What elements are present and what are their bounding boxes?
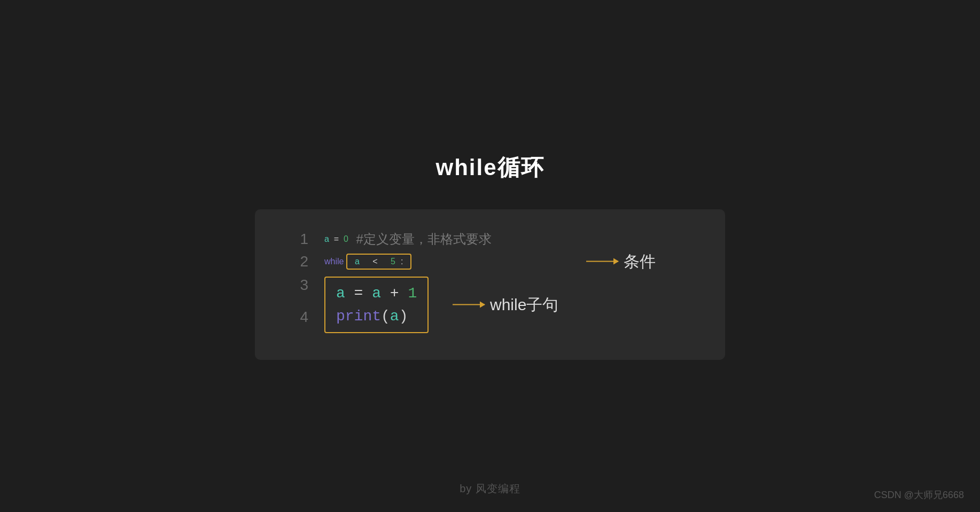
code-line-1: 1 a = 0 #定义变量，非格式要求 [287, 231, 693, 248]
page-title: while循环 [435, 153, 544, 183]
code-block: 1 a = 0 #定义变量，非格式要求 2 while a < 5 : [255, 209, 725, 360]
footer-text: by 风变编程 [460, 482, 520, 496]
paren-open: ( [381, 308, 390, 325]
line3-body: a = a + 1 [336, 282, 417, 305]
print-kw: print [336, 308, 381, 325]
lines-3-4-wrapper: 3 4 a = a + 1 print ( a ) while子句 [287, 277, 693, 333]
line-number-1: 1 [287, 231, 308, 248]
line2-content: while a < 5 : [324, 254, 411, 270]
val-zero: 0 [344, 234, 348, 244]
var-a: a [324, 234, 329, 244]
body-plus: + [381, 285, 408, 302]
lt-op: < [372, 257, 377, 266]
paren-close: ) [399, 308, 408, 325]
line-number-3: 3 [287, 277, 308, 294]
condition-label: 条件 [624, 250, 656, 272]
cond-val: 5 [391, 257, 395, 266]
body-eq: = [345, 285, 372, 302]
condition-box: a < 5 : [346, 254, 412, 270]
body-one: 1 [408, 285, 417, 302]
while-keyword: while [324, 257, 344, 266]
line4-body: print ( a ) [336, 305, 417, 328]
space1 [365, 257, 367, 266]
condition-arrow [586, 261, 618, 262]
line-number-4: 4 [287, 309, 308, 326]
body-annotation: while子句 [453, 294, 558, 316]
comment-1: #定义变量，非格式要求 [353, 231, 492, 248]
line1-content: a = 0 #定义变量，非格式要求 [324, 231, 492, 248]
body-box: a = a + 1 print ( a ) [324, 277, 429, 333]
equals-op: = [329, 234, 344, 244]
space2 [383, 257, 385, 266]
watermark-text: CSDN @大师兄6668 [874, 489, 964, 501]
body-label: while子句 [490, 294, 558, 316]
body-arrow [453, 304, 485, 305]
condition-annotation: 条件 [586, 250, 656, 272]
colon: : [401, 257, 403, 266]
line-nums-34: 3 4 [287, 277, 308, 326]
print-arg: a [390, 308, 399, 325]
line-number-2: 2 [287, 253, 308, 270]
cond-a: a [355, 257, 360, 266]
body-a2: a [372, 285, 381, 302]
body-a1: a [336, 285, 345, 302]
code-line-2: 2 while a < 5 : 条件 [287, 253, 693, 270]
